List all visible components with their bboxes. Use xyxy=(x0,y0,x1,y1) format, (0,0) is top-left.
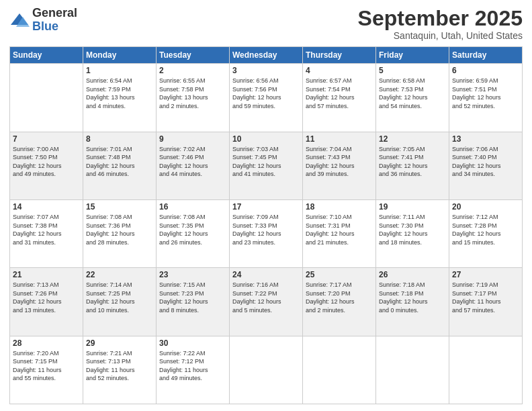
day-number: 6 xyxy=(452,66,519,75)
calendar-week-1: 7Sunrise: 7:00 AM Sunset: 7:50 PM Daylig… xyxy=(10,132,523,199)
calendar-cell: 9Sunrise: 7:02 AM Sunset: 7:46 PM Daylig… xyxy=(157,132,230,199)
day-header-friday: Friday xyxy=(376,47,449,64)
calendar-cell: 13Sunrise: 7:06 AM Sunset: 7:40 PM Dayli… xyxy=(449,132,523,199)
calendar-header-row: SundayMondayTuesdayWednesdayThursdayFrid… xyxy=(10,47,523,64)
day-number: 27 xyxy=(452,270,519,279)
calendar-cell: 26Sunrise: 7:18 AM Sunset: 7:18 PM Dayli… xyxy=(376,268,449,336)
calendar-cell: 6Sunrise: 6:59 AM Sunset: 7:51 PM Daylig… xyxy=(449,64,523,132)
day-number: 11 xyxy=(306,134,373,144)
day-number: 16 xyxy=(159,202,226,212)
logo-blue: Blue xyxy=(32,19,58,33)
day-info: Sunrise: 7:15 AM Sunset: 7:23 PM Dayligh… xyxy=(159,281,226,314)
calendar-cell: 19Sunrise: 7:11 AM Sunset: 7:30 PM Dayli… xyxy=(376,199,449,267)
day-info: Sunrise: 7:02 AM Sunset: 7:46 PM Dayligh… xyxy=(159,145,226,179)
day-info: Sunrise: 7:21 AM Sunset: 7:13 PM Dayligh… xyxy=(86,349,153,383)
day-info: Sunrise: 7:13 AM Sunset: 7:26 PM Dayligh… xyxy=(13,281,80,314)
calendar-cell xyxy=(376,336,449,404)
day-number: 17 xyxy=(232,202,300,212)
day-number: 7 xyxy=(13,134,80,144)
title-block: September 2025 Santaquin, Utah, United S… xyxy=(358,7,523,41)
day-info: Sunrise: 6:58 AM Sunset: 7:53 PM Dayligh… xyxy=(379,77,446,110)
calendar-cell: 8Sunrise: 7:01 AM Sunset: 7:48 PM Daylig… xyxy=(83,132,157,199)
logo-icon xyxy=(9,10,30,30)
day-number: 22 xyxy=(86,270,153,279)
day-header-monday: Monday xyxy=(83,47,157,64)
calendar-week-4: 28Sunrise: 7:20 AM Sunset: 7:15 PM Dayli… xyxy=(10,336,523,404)
calendar-cell xyxy=(303,336,376,404)
calendar-table: SundayMondayTuesdayWednesdayThursdayFrid… xyxy=(9,46,523,404)
day-info: Sunrise: 7:09 AM Sunset: 7:33 PM Dayligh… xyxy=(232,213,300,246)
day-number: 2 xyxy=(159,66,226,75)
day-info: Sunrise: 7:00 AM Sunset: 7:50 PM Dayligh… xyxy=(13,145,80,179)
day-header-sunday: Sunday xyxy=(10,47,83,64)
calendar-cell: 30Sunrise: 7:22 AM Sunset: 7:12 PM Dayli… xyxy=(157,336,230,404)
day-number: 20 xyxy=(452,202,519,212)
calendar-cell: 28Sunrise: 7:20 AM Sunset: 7:15 PM Dayli… xyxy=(10,336,83,404)
calendar-week-3: 21Sunrise: 7:13 AM Sunset: 7:26 PM Dayli… xyxy=(10,268,523,336)
day-info: Sunrise: 7:19 AM Sunset: 7:17 PM Dayligh… xyxy=(452,281,519,314)
calendar-cell: 18Sunrise: 7:10 AM Sunset: 7:31 PM Dayli… xyxy=(303,199,376,267)
day-info: Sunrise: 7:10 AM Sunset: 7:31 PM Dayligh… xyxy=(306,213,373,246)
day-info: Sunrise: 7:06 AM Sunset: 7:40 PM Dayligh… xyxy=(452,145,519,179)
day-number: 23 xyxy=(159,270,226,279)
calendar-cell: 14Sunrise: 7:07 AM Sunset: 7:38 PM Dayli… xyxy=(10,199,83,267)
day-header-saturday: Saturday xyxy=(449,47,523,64)
calendar-cell: 25Sunrise: 7:17 AM Sunset: 7:20 PM Dayli… xyxy=(303,268,376,336)
day-number: 9 xyxy=(159,134,226,144)
day-number: 4 xyxy=(306,66,373,75)
day-info: Sunrise: 7:03 AM Sunset: 7:45 PM Dayligh… xyxy=(232,145,300,179)
calendar-cell xyxy=(449,336,523,404)
day-info: Sunrise: 7:01 AM Sunset: 7:48 PM Dayligh… xyxy=(86,145,153,179)
calendar-cell: 5Sunrise: 6:58 AM Sunset: 7:53 PM Daylig… xyxy=(376,64,449,132)
calendar-cell: 7Sunrise: 7:00 AM Sunset: 7:50 PM Daylig… xyxy=(10,132,83,199)
day-info: Sunrise: 6:59 AM Sunset: 7:51 PM Dayligh… xyxy=(452,77,519,110)
logo: General Blue xyxy=(9,7,77,34)
day-info: Sunrise: 7:18 AM Sunset: 7:18 PM Dayligh… xyxy=(379,281,446,314)
day-header-thursday: Thursday xyxy=(303,47,376,64)
day-info: Sunrise: 7:11 AM Sunset: 7:30 PM Dayligh… xyxy=(379,213,446,246)
calendar-cell: 12Sunrise: 7:05 AM Sunset: 7:41 PM Dayli… xyxy=(376,132,449,199)
day-header-wednesday: Wednesday xyxy=(230,47,303,64)
day-number: 12 xyxy=(379,134,446,144)
day-number: 10 xyxy=(232,134,300,144)
calendar-week-2: 14Sunrise: 7:07 AM Sunset: 7:38 PM Dayli… xyxy=(10,199,523,267)
day-number: 1 xyxy=(86,66,153,75)
day-info: Sunrise: 7:14 AM Sunset: 7:25 PM Dayligh… xyxy=(86,281,153,314)
day-info: Sunrise: 7:04 AM Sunset: 7:43 PM Dayligh… xyxy=(306,145,373,179)
calendar-cell: 20Sunrise: 7:12 AM Sunset: 7:28 PM Dayli… xyxy=(449,199,523,267)
calendar-week-0: 1Sunrise: 6:54 AM Sunset: 7:59 PM Daylig… xyxy=(10,64,523,132)
day-number: 13 xyxy=(452,134,519,144)
day-info: Sunrise: 7:07 AM Sunset: 7:38 PM Dayligh… xyxy=(13,213,80,246)
calendar-cell: 29Sunrise: 7:21 AM Sunset: 7:13 PM Dayli… xyxy=(83,336,157,404)
day-number: 3 xyxy=(232,66,300,75)
calendar-cell: 1Sunrise: 6:54 AM Sunset: 7:59 PM Daylig… xyxy=(83,64,157,132)
calendar-cell xyxy=(10,64,83,132)
day-number: 24 xyxy=(232,270,300,279)
day-number: 28 xyxy=(13,338,80,348)
calendar-cell: 10Sunrise: 7:03 AM Sunset: 7:45 PM Dayli… xyxy=(230,132,303,199)
calendar-cell: 27Sunrise: 7:19 AM Sunset: 7:17 PM Dayli… xyxy=(449,268,523,336)
calendar-cell: 24Sunrise: 7:16 AM Sunset: 7:22 PM Dayli… xyxy=(230,268,303,336)
day-number: 21 xyxy=(13,270,80,279)
calendar-cell: 15Sunrise: 7:08 AM Sunset: 7:36 PM Dayli… xyxy=(83,199,157,267)
day-number: 8 xyxy=(86,134,153,144)
day-number: 15 xyxy=(86,202,153,212)
day-number: 19 xyxy=(379,202,446,212)
calendar-cell: 11Sunrise: 7:04 AM Sunset: 7:43 PM Dayli… xyxy=(303,132,376,199)
calendar-cell xyxy=(230,336,303,404)
location: Santaquin, Utah, United States xyxy=(358,30,523,41)
calendar-cell: 21Sunrise: 7:13 AM Sunset: 7:26 PM Dayli… xyxy=(10,268,83,336)
day-info: Sunrise: 6:55 AM Sunset: 7:58 PM Dayligh… xyxy=(159,77,226,110)
day-info: Sunrise: 6:54 AM Sunset: 7:59 PM Dayligh… xyxy=(86,77,153,110)
day-number: 30 xyxy=(159,338,226,348)
page: General Blue September 2025 Santaquin, U… xyxy=(0,0,532,411)
day-number: 14 xyxy=(13,202,80,212)
day-info: Sunrise: 7:22 AM Sunset: 7:12 PM Dayligh… xyxy=(159,349,226,383)
day-info: Sunrise: 7:08 AM Sunset: 7:36 PM Dayligh… xyxy=(86,213,153,246)
day-info: Sunrise: 7:20 AM Sunset: 7:15 PM Dayligh… xyxy=(13,349,80,383)
day-info: Sunrise: 7:17 AM Sunset: 7:20 PM Dayligh… xyxy=(306,281,373,314)
calendar-cell: 16Sunrise: 7:08 AM Sunset: 7:35 PM Dayli… xyxy=(157,199,230,267)
month-title: September 2025 xyxy=(358,7,523,30)
calendar-cell: 23Sunrise: 7:15 AM Sunset: 7:23 PM Dayli… xyxy=(157,268,230,336)
day-number: 26 xyxy=(379,270,446,279)
